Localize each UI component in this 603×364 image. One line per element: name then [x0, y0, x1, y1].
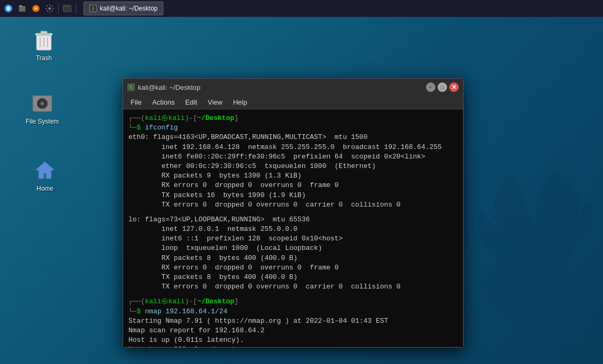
maximize-button[interactable]: □: [438, 82, 447, 92]
output-lo-loop: loop txqueuelen 1000 (Local Loopback): [128, 244, 458, 253]
terminal-title-text: kali@kali: ~/Desktop: [138, 83, 200, 91]
output-nmap-starting: Starting Nmap 7.91 ( https://nmap.org ) …: [128, 316, 458, 326]
output-lo-flags: lo: flags=73<UP,LOOPBACK,RUNNING> mtu 65…: [128, 215, 458, 225]
home-icon[interactable]: Home: [21, 154, 69, 195]
terminal-body[interactable]: ┌──(kali㉿kali)-[~/Desktop] └─$ ifconfig …: [123, 109, 463, 347]
prompt-user-1: kali㉿kali: [145, 114, 184, 123]
kali-menu-icon[interactable]: [2, 2, 15, 15]
taskbar-left: [0, 2, 79, 15]
section-break-2: [128, 292, 458, 297]
taskbar-sep2: [76, 3, 76, 14]
terminal-task-icon: $: [89, 5, 97, 12]
svg-rect-2: [19, 5, 22, 7]
menu-view[interactable]: View: [203, 97, 227, 107]
minimize-button[interactable]: −: [426, 82, 435, 92]
output-lo-inet6: inet6 ::1 prefixlen 128 scopeid 0x10<hos…: [128, 234, 458, 244]
terminal-launch-icon[interactable]: [61, 2, 73, 15]
prompt-dollar-2: $: [137, 307, 141, 316]
menu-edit[interactable]: Edit: [181, 97, 201, 107]
prompt-user-2: kali㉿kali: [145, 297, 184, 306]
prompt-dollar-1: $: [137, 123, 141, 133]
output-lo-inet: inet 127.0.0.1 netmask 255.0.0.0: [128, 225, 458, 234]
home-label: Home: [36, 185, 53, 192]
files-taskbar-icon[interactable]: [16, 2, 29, 15]
filesystem-image: [30, 90, 55, 116]
output-eth0-inet6: inet6 fe80::20c:29ff:fe30:96c5 prefixlen…: [128, 152, 458, 162]
menu-file[interactable]: File: [126, 97, 146, 107]
output-eth0-tx-errors: TX errors 0 dropped 0 overruns 0 carrier…: [128, 200, 458, 210]
taskbar-sep1: [58, 3, 59, 14]
svg-point-18: [42, 103, 43, 105]
svg-rect-11: [41, 31, 47, 34]
taskbar: $ kali@kali: ~/Desktop: [0, 0, 603, 17]
output-eth0-inet: inet 192.168.64.128 netmask 255.255.255.…: [128, 143, 458, 152]
output-lo-tx-packets: TX packets 8 bytes 400 (400.0 B): [128, 273, 458, 282]
output-nmap-not-shown: Not shown: 999 closed ports: [128, 345, 458, 347]
terminal-title-left: $ kali@kali: ~/Desktop: [127, 83, 200, 91]
window-controls: − □ ✕: [426, 82, 459, 92]
svg-rect-8: [63, 5, 71, 7]
svg-rect-1: [19, 6, 25, 12]
output-lo-rx-packets: RX packets 8 bytes 400 (400.0 B): [128, 254, 458, 263]
home-image: [32, 157, 58, 183]
output-eth0-tx-packets: TX packets 16 bytes 1990 (1.9 KiB): [128, 191, 458, 200]
section-break-1: [128, 210, 458, 215]
terminal-title-icon: $: [127, 83, 135, 91]
svg-point-6: [49, 7, 51, 10]
output-eth0-ether: ether 00:0c:29:30:96:c5 txqueuelen 1000 …: [128, 162, 458, 171]
trash-icon[interactable]: Trash: [20, 24, 68, 65]
prompt-path-1: ~/Desktop: [197, 114, 234, 123]
filesystem-label: File System: [26, 118, 59, 125]
trash-label: Trash: [36, 54, 52, 62]
browser-taskbar-icon[interactable]: [30, 2, 42, 15]
output-lo-tx-errors: TX errors 0 dropped 0 overruns 0 carrier…: [128, 282, 458, 292]
taskbar-terminal-task[interactable]: $ kali@kali: ~/Desktop: [84, 2, 163, 15]
prompt-cmd-line-1: └─$ ifconfig: [128, 123, 458, 133]
terminal-titlebar: $ kali@kali: ~/Desktop − □ ✕: [123, 79, 463, 96]
output-eth0-rx-packets: RX packets 9 bytes 1390 (1.3 KiB): [128, 171, 458, 181]
svg-marker-19: [35, 162, 54, 179]
terminal-menubar: File Actions Edit View Help: [123, 96, 463, 109]
output-nmap-report: Nmap scan report for 192.168.64.2: [128, 326, 458, 335]
prompt-line-1: ┌──(kali㉿kali)-[~/Desktop]: [128, 114, 458, 123]
settings-taskbar-icon[interactable]: [43, 2, 56, 15]
menu-help[interactable]: Help: [229, 97, 252, 107]
svg-point-5: [35, 8, 37, 10]
trash-image: [31, 27, 57, 52]
filesystem-icon[interactable]: File System: [18, 87, 66, 128]
output-eth0-flags: eth0: flags=4163<UP,BROADCAST,RUNNING,MU…: [128, 133, 458, 142]
cmd-nmap: nmap 192.168.64.1/24: [145, 307, 227, 316]
output-eth0-rx-errors: RX errors 0 dropped 0 overruns 0 frame 0: [128, 181, 458, 190]
menu-actions[interactable]: Actions: [148, 97, 179, 107]
prompt-path-2: ~/Desktop: [197, 297, 234, 306]
output-lo-rx-errors: RX errors 0 dropped 0 overruns 0 frame 0: [128, 263, 458, 273]
prompt-cmd-line-2: └─$ nmap 192.168.64.1/24: [128, 307, 458, 316]
prompt-line-2: ┌──(kali㉿kali)-[~/Desktop]: [128, 297, 458, 306]
cmd-ifconfig: ifconfig: [145, 123, 178, 133]
output-nmap-host-up: Host is up (0.011s latency).: [128, 335, 458, 345]
terminal-window: $ kali@kali: ~/Desktop − □ ✕ File Action…: [123, 78, 463, 348]
close-button[interactable]: ✕: [449, 82, 459, 92]
kali-decoration: [444, 153, 603, 364]
terminal-task-label: kali@kali: ~/Desktop: [100, 5, 157, 12]
